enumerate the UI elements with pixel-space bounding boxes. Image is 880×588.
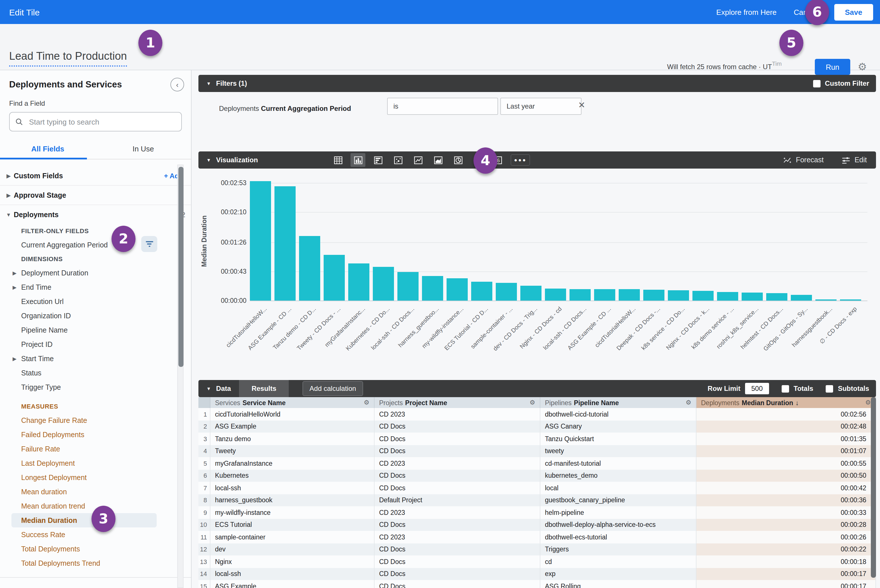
table-cell[interactable]: dbothwell-ecs-tutorial xyxy=(540,531,696,543)
run-button[interactable]: Run xyxy=(815,59,850,75)
sidebar-field-trigger-type[interactable]: Trigger Type xyxy=(0,380,191,394)
table-cell[interactable]: local-ssh xyxy=(211,482,375,494)
viz-more-icon[interactable]: ●●● xyxy=(511,154,530,166)
column-header-median-duration[interactable]: DeploymentsMedian Duration ↓ ⚙ xyxy=(696,397,876,408)
sidebar-field-project-id[interactable]: Project ID xyxy=(0,337,191,351)
bar-12[interactable] xyxy=(520,286,542,301)
sidebar-field-total-deployments-trend[interactable]: Total Deployments Trend xyxy=(0,556,191,570)
table-cell[interactable]: ASG Example xyxy=(211,420,375,433)
table-cell[interactable]: CD 2023 xyxy=(375,506,540,519)
table-cell[interactable]: CD 2023 xyxy=(375,531,540,543)
table-cell[interactable]: CD Docs xyxy=(375,568,540,580)
gear-icon[interactable]: ⚙ xyxy=(686,399,691,406)
table-scrollbar-thumb[interactable] xyxy=(871,397,876,578)
table-cell[interactable]: Tanzu Quickstart xyxy=(540,433,696,445)
totals-checkbox[interactable] xyxy=(782,385,789,392)
table-cell[interactable]: dbothwell-deploy-alpha-service-to-ecs xyxy=(540,519,696,531)
viz-pie-chart-icon[interactable] xyxy=(451,153,465,167)
table-cell[interactable]: cicdTutorialHelloWorld xyxy=(211,408,375,420)
table-cell[interactable]: 00:00:18 xyxy=(696,555,876,568)
table-cell[interactable]: guestbook_canary_pipeline xyxy=(540,494,696,506)
viz-area-chart-icon[interactable] xyxy=(430,153,445,167)
bar-1[interactable] xyxy=(250,181,271,301)
table-cell[interactable]: CD Docs xyxy=(375,470,540,482)
viz-column-chart-icon[interactable] xyxy=(350,153,366,167)
bar-16[interactable] xyxy=(619,289,640,301)
field-search-box[interactable] xyxy=(9,112,182,131)
table-cell[interactable]: Tanzu demo xyxy=(211,433,375,445)
viz-scatter-icon[interactable] xyxy=(391,153,405,167)
bar-24[interactable] xyxy=(815,299,836,301)
table-cell[interactable]: kubernetes_demo xyxy=(540,470,696,482)
sidebar-field-pipeline-name[interactable]: Pipeline Name xyxy=(0,323,191,337)
chevron-right-icon[interactable]: ▶ xyxy=(13,284,21,290)
table-cell[interactable]: 00:02:48 xyxy=(696,420,876,433)
chevron-right-icon[interactable]: ▶ xyxy=(13,270,21,276)
viz-bar-chart-icon[interactable] xyxy=(370,153,385,167)
gear-icon[interactable]: ⚙ xyxy=(364,399,369,406)
column-header-pipeline-name[interactable]: PipelinesPipeline Name ⚙ xyxy=(540,397,696,408)
save-button[interactable]: Save xyxy=(834,4,873,20)
data-header[interactable]: ▼ Data Results Add calculation Row Limit… xyxy=(199,380,876,397)
remove-filter-icon[interactable]: ✕ xyxy=(578,100,585,110)
column-header-service-name[interactable]: ServicesService Name ⚙ xyxy=(211,397,375,408)
sidebar-group-deployments[interactable]: ▼ Deployments 2 xyxy=(0,205,191,224)
column-header-project-name[interactable]: ProjectsProject Name ⚙ xyxy=(375,397,540,408)
table-cell[interactable]: 00:00:55 xyxy=(696,457,876,470)
bar-17[interactable] xyxy=(643,290,665,301)
bar-10[interactable] xyxy=(471,281,492,301)
table-cell[interactable]: ASG Canary xyxy=(540,420,696,433)
add-calculation-button[interactable]: Add calculation xyxy=(303,381,363,396)
table-cell[interactable]: Nginx xyxy=(211,555,375,568)
table-cell[interactable]: ASG Rolling xyxy=(540,580,696,588)
viz-table-icon[interactable] xyxy=(331,153,345,167)
table-cell[interactable]: 00:01:07 xyxy=(696,445,876,457)
table-cell[interactable]: local-ssh xyxy=(211,568,375,580)
sidebar-field-longest-deployment[interactable]: Longest Deployment xyxy=(0,470,191,484)
table-cell[interactable]: CD 2023 xyxy=(375,408,540,420)
bar-15[interactable] xyxy=(594,289,615,301)
table-cell[interactable]: CD Docs xyxy=(375,433,540,445)
table-cell[interactable]: CD 2023 xyxy=(375,457,540,470)
gear-icon[interactable]: ⚙ xyxy=(858,61,867,73)
sidebar-field-status[interactable]: Status xyxy=(0,366,191,380)
bar-18[interactable] xyxy=(668,290,689,301)
custom-filter-checkbox[interactable] xyxy=(813,80,820,87)
search-input[interactable] xyxy=(28,117,176,127)
table-cell[interactable]: ECS Tutorial xyxy=(211,519,375,531)
tab-all-fields[interactable]: All Fields xyxy=(0,142,95,159)
sidebar-field-execution-url[interactable]: Execution Url xyxy=(0,294,191,309)
visualization-header[interactable]: ▼ Visualization 6 ●●● xyxy=(199,152,876,169)
table-cell[interactable]: Default Project xyxy=(375,494,540,506)
table-cell[interactable]: CD Docs xyxy=(375,580,540,588)
sidebar-field-failure-rate[interactable]: Failure Rate xyxy=(0,442,191,456)
explore-from-here-link[interactable]: Explore from Here xyxy=(716,8,776,16)
sidebar-scrollbar-thumb[interactable] xyxy=(178,167,184,367)
edit-viz-button[interactable]: Edit xyxy=(842,156,867,164)
table-cell[interactable]: harness_guestbook xyxy=(211,494,375,506)
filters-header[interactable]: ▼ Filters (1) Custom Filter xyxy=(199,75,876,92)
subtotals-checkbox[interactable] xyxy=(826,385,833,392)
viz-line-chart-icon[interactable] xyxy=(411,153,426,167)
bar-13[interactable] xyxy=(545,288,566,301)
bar-6[interactable] xyxy=(373,267,394,301)
bar-19[interactable] xyxy=(692,291,714,301)
table-cell[interactable]: 00:00:26 xyxy=(696,531,876,543)
chevron-right-icon[interactable]: ▶ xyxy=(13,356,21,362)
bar-9[interactable] xyxy=(447,278,468,301)
tile-title[interactable]: Lead Time to Production xyxy=(9,50,127,67)
bar-8[interactable] xyxy=(422,276,443,301)
bar-22[interactable] xyxy=(766,293,787,301)
filter-icon[interactable] xyxy=(141,236,157,252)
timezone-control[interactable]: Tim xyxy=(772,60,782,67)
table-cell[interactable]: 00:00:36 xyxy=(696,494,876,506)
table-cell[interactable]: 00:00:28 xyxy=(696,519,876,531)
gear-icon[interactable]: ⚙ xyxy=(865,399,871,406)
table-cell[interactable]: exp xyxy=(540,568,696,580)
bar-14[interactable] xyxy=(570,289,591,301)
bar-3[interactable] xyxy=(299,236,320,301)
tab-in-use[interactable]: In Use xyxy=(95,142,191,159)
table-cell[interactable]: 00:00:17 xyxy=(696,580,876,588)
bar-7[interactable] xyxy=(397,272,418,301)
table-cell[interactable]: 00:00:42 xyxy=(696,482,876,494)
